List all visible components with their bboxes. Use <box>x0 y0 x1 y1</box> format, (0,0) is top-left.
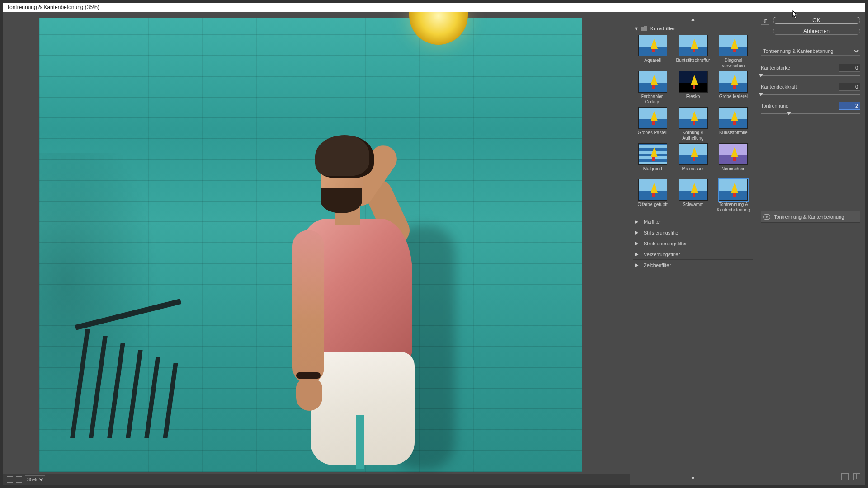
param-label: Kantendeckkraft <box>761 84 797 89</box>
category-row[interactable]: ▶Malfilter <box>633 216 753 227</box>
scroll-up-icon[interactable]: ▲ <box>633 16 753 22</box>
triangle-down-icon: ▼ <box>634 26 638 31</box>
filter-thumb[interactable]: Tontrennung & Kantenbetonung <box>715 179 752 212</box>
zoom-select[interactable]: 35% <box>25 475 45 483</box>
param-slider[interactable] <box>761 112 860 116</box>
zoom-bar: 35% <box>3 474 630 485</box>
filter-thumb[interactable]: Farbpapier-Collage <box>634 71 671 104</box>
preview-canvas <box>39 18 582 472</box>
thumb-image <box>679 107 708 129</box>
param-group: Kantendeckkraft <box>761 83 860 97</box>
thumb-label: Neonschein <box>722 166 745 176</box>
effect-layers: Tontrennung & Kantenbetonung <box>761 211 860 223</box>
filter-thumb[interactable]: Diagonal verwischen <box>715 35 752 68</box>
triangle-right-icon: ▶ <box>635 230 638 235</box>
param-label: Kantenstärke <box>761 65 790 70</box>
zoom-out-icon[interactable] <box>7 476 13 483</box>
stair-railing <box>75 325 179 438</box>
category-label: Kunstfilter <box>650 26 675 31</box>
category-label: Verzerrungsfilter <box>644 252 680 257</box>
window-title: Tontrennung & Kantenbetonung (35%) <box>7 4 99 10</box>
effect-layer-label: Tontrennung & Kantenbetonung <box>774 214 844 220</box>
visibility-eye-icon[interactable] <box>763 214 770 220</box>
filter-thumb[interactable]: Grobe Malerei <box>715 71 752 104</box>
expand-toggle-icon[interactable]: ⇵ <box>761 17 769 25</box>
thumb-image <box>638 107 667 129</box>
thumb-label: Aquarell <box>644 58 661 68</box>
zoom-in-icon[interactable] <box>16 476 22 483</box>
filter-thumb[interactable]: Malgrund <box>634 143 671 176</box>
filter-thumb[interactable]: Aquarell <box>634 35 671 68</box>
thumb-label: Körnung & Aufhellung <box>674 130 712 141</box>
category-row[interactable]: ▶Verzerrungsfilter <box>633 249 753 259</box>
filter-thumb[interactable]: Grobes Pastell <box>634 107 671 141</box>
folder-icon <box>641 26 647 31</box>
cancel-button[interactable]: Abbrechen <box>773 28 860 35</box>
param-group: Kantenstärke <box>761 64 860 78</box>
filter-thumb[interactable]: Körnung & Aufhellung <box>674 107 712 141</box>
window-titlebar: Tontrennung & Kantenbetonung (35%) <box>3 3 865 12</box>
filter-thumb[interactable]: Kunststofffolie <box>715 107 752 141</box>
thumb-image <box>638 179 667 201</box>
thumbnail-grid: AquarellBuntstiftschraffurDiagonal verwi… <box>633 33 753 216</box>
param-slider[interactable] <box>761 93 860 97</box>
category-row[interactable]: ▶Stilisierungsfilter <box>633 227 753 238</box>
thumb-label: Kunststofffolie <box>719 130 747 140</box>
thumb-image <box>638 143 667 165</box>
filter-gallery-window: Tontrennung & Kantenbetonung (35%) <box>3 3 865 485</box>
new-effect-layer-icon[interactable] <box>841 473 849 480</box>
param-input[interactable] <box>839 83 860 91</box>
filter-thumb[interactable]: Neonschein <box>715 143 752 176</box>
thumb-label: Grobes Pastell <box>638 130 668 140</box>
filter-thumb[interactable]: Fresko <box>674 71 712 104</box>
slider-thumb-icon[interactable] <box>759 93 763 96</box>
subject-person <box>279 135 424 474</box>
thumb-label: Farbpapier-Collage <box>634 94 671 104</box>
param-input[interactable] <box>839 102 860 110</box>
window-content: 35% ▲ ▼ Kunstfilter AquarellBuntstiftsch… <box>3 12 865 485</box>
category-label: Strukturierungsfilter <box>644 241 687 246</box>
category-row[interactable]: ▶Zeichenfilter <box>633 259 753 270</box>
thumb-label: Malmesser <box>682 166 704 176</box>
effect-layer-row[interactable]: Tontrennung & Kantenbetonung <box>761 211 860 223</box>
preview-viewport[interactable] <box>3 12 630 474</box>
ok-button[interactable]: OK <box>773 17 860 24</box>
thumb-label: Fresko <box>686 94 700 104</box>
filter-gallery-panel: ▲ ▼ Kunstfilter AquarellBuntstiftschraff… <box>630 12 756 485</box>
param-input[interactable] <box>839 64 860 72</box>
filter-thumb[interactable]: Malmesser <box>674 143 712 176</box>
filter-thumb[interactable]: Ölfarbe getupft <box>634 179 671 212</box>
preview-pane: 35% <box>3 12 630 485</box>
category-label: Stilisierungsfilter <box>644 230 680 235</box>
category-kunstfilter[interactable]: ▼ Kunstfilter <box>633 24 753 33</box>
thumb-image <box>638 35 667 56</box>
delete-effect-layer-icon[interactable] <box>853 473 860 480</box>
triangle-right-icon: ▶ <box>635 219 638 225</box>
thumb-label: Ölfarbe getupft <box>638 202 668 212</box>
thumb-image <box>719 71 748 93</box>
thumb-image <box>679 179 708 201</box>
filter-thumb[interactable]: Buntstiftschraffur <box>674 35 712 68</box>
slider-thumb-icon[interactable] <box>787 112 791 115</box>
thumb-label: Diagonal verwischen <box>715 58 752 68</box>
thumb-image <box>719 35 748 56</box>
triangle-right-icon: ▶ <box>635 262 638 268</box>
thumb-image <box>679 71 708 93</box>
thumb-image <box>679 143 708 165</box>
scroll-down-icon[interactable]: ▼ <box>630 475 756 481</box>
triangle-right-icon: ▶ <box>635 240 638 246</box>
slider-thumb-icon[interactable] <box>759 74 763 77</box>
category-label: Zeichenfilter <box>644 263 671 268</box>
filter-thumb[interactable]: Schwamm <box>674 179 712 212</box>
param-slider[interactable] <box>761 74 860 78</box>
thumb-label: Malgrund <box>643 166 662 176</box>
thumb-image <box>719 179 748 201</box>
filter-select[interactable]: Tontrennung & Kantenbetonung <box>761 47 860 56</box>
thumb-label: Buntstiftschraffur <box>676 58 710 68</box>
thumb-label: Schwamm <box>683 202 704 212</box>
category-row[interactable]: ▶Strukturierungsfilter <box>633 238 753 249</box>
thumb-image <box>638 71 667 93</box>
thumb-image <box>679 35 708 56</box>
triangle-right-icon: ▶ <box>635 251 638 257</box>
thumb-label: Tontrennung & Kantenbetonung <box>715 202 752 212</box>
